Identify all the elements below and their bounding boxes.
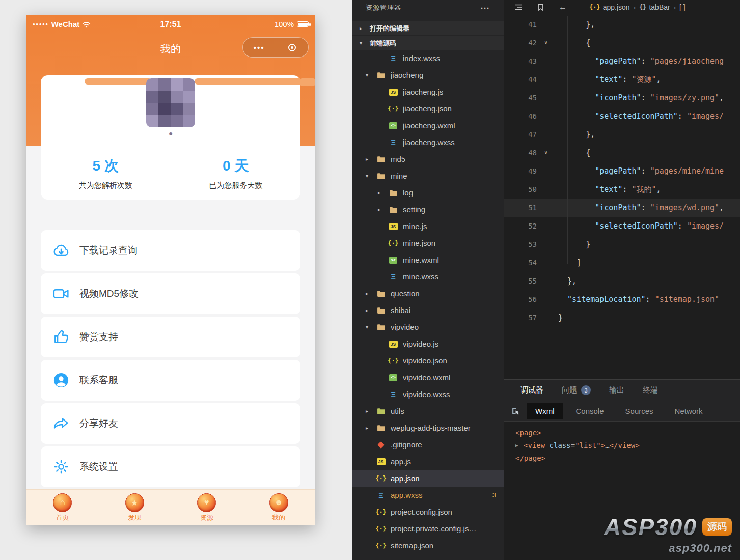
menu-item-reward[interactable]: 赞赏支持 (41, 317, 300, 357)
debugger-tab[interactable]: 输出 (609, 385, 624, 395)
tabbar-item-home[interactable]: ⌂首页 (26, 490, 99, 525)
capsule-menu[interactable]: ••• (242, 37, 309, 58)
tree-item[interactable]: {·}sitemap.json (352, 537, 504, 554)
tree-item[interactable]: ▸shibai (352, 302, 504, 319)
token: > (601, 441, 605, 450)
code-line[interactable]: 56 "sitemapLocation": "sitemap.json" (504, 290, 740, 309)
code-line[interactable]: 50 "text": "我的", (504, 180, 740, 199)
menu-item-system-settings[interactable]: 系统设置 (41, 446, 300, 487)
bookmark-icon[interactable] (537, 4, 544, 11)
code-line[interactable]: 47 }, (504, 125, 740, 144)
tree-item[interactable]: {·}project.config.json (352, 503, 504, 520)
code-line[interactable]: 55 }, (504, 272, 740, 290)
tree-item[interactable]: JSjiaocheng.js (352, 83, 504, 100)
code-line[interactable]: 42∨ { (504, 34, 740, 52)
file-name: project.config.json (391, 508, 452, 516)
code-line[interactable]: 48∨ { (504, 144, 740, 162)
tree-item[interactable]: {·}vipvideo.json (352, 352, 504, 369)
explorer-panel: 资源管理器 ··· ▸打开的编辑器▾前端源码 Ξindex.wxss▾jiaoc… (352, 0, 504, 560)
wxss-file-icon: Ξ (387, 272, 399, 281)
more-menu-icon[interactable]: ••• (243, 43, 276, 52)
expand-arrow-icon[interactable]: ▶ (515, 439, 524, 452)
tree-item[interactable]: {·}project.private.config.js… (352, 520, 504, 537)
inspector-tab[interactable]: Console (568, 403, 612, 419)
chevron-icon: ▸ (366, 291, 375, 296)
explorer-section-header[interactable]: ▾前端源码 (352, 36, 504, 50)
explorer-section-header[interactable]: ▸打开的编辑器 (352, 21, 504, 35)
outline-icon[interactable] (514, 3, 523, 11)
breadcrumb-label: app.json (603, 3, 630, 11)
tree-item[interactable]: ▾jiaocheng (352, 67, 504, 83)
tree-item[interactable]: <>mine.wxml (352, 251, 504, 268)
dom-node[interactable]: </page> (515, 452, 740, 465)
dom-node[interactable]: <page> (515, 427, 740, 439)
debugger-tab[interactable]: 调试器 (520, 385, 543, 395)
tree-item[interactable]: Ξindex.wxss (352, 50, 504, 67)
element-picker-icon[interactable] (511, 407, 520, 415)
menu-item-video-md5[interactable]: 视频MD5修改 (41, 273, 300, 314)
tree-item[interactable]: {·}jiaocheng.json (352, 100, 504, 117)
dom-node[interactable]: ▶<view class="list">…</view> (515, 439, 740, 452)
menu-item-share-friends[interactable]: 分享好友 (41, 403, 300, 444)
tree-item[interactable]: Ξmine.wxss (352, 268, 504, 285)
tabbar-item-discover[interactable]: ★发现 (99, 490, 171, 525)
debugger-tab[interactable]: 终端 (643, 385, 658, 395)
code-line[interactable]: 52 "selectedIconPath": "images/ (504, 217, 740, 235)
video-camera-icon (52, 285, 70, 303)
debugger-tab[interactable]: 问题3 (562, 385, 591, 395)
more-actions-icon[interactable]: ··· (481, 4, 490, 12)
code-line[interactable]: 53 } (504, 235, 740, 254)
code-line[interactable]: 46 "selectedIconPath": "images/ (504, 107, 740, 125)
tabbar-item-mine[interactable]: ☻我的 (243, 490, 315, 525)
tree-item[interactable]: ▸setting (352, 201, 504, 218)
tree-item[interactable]: Ξjiaocheng.wxss (352, 134, 504, 151)
fold-icon[interactable]: ∨ (537, 34, 555, 52)
file-name: .gitignore (391, 440, 422, 449)
home-tab-icon: ⌂ (53, 493, 72, 512)
tree-item[interactable]: ▾vipvideo (352, 319, 504, 335)
minimize-icon[interactable] (276, 44, 309, 51)
code-line[interactable]: 44 "text": "资源", (504, 70, 740, 89)
tree-item[interactable]: Ξvipvideo.wxss (352, 386, 504, 403)
tree-item[interactable]: {·}mine.json (352, 235, 504, 251)
tabbar-item-resources[interactable]: ♥资源 (171, 490, 243, 525)
breadcrumb-item[interactable]: [ ] (679, 3, 686, 11)
file-name: vipvideo.js (403, 340, 438, 348)
code-line[interactable]: 41 }, (504, 15, 740, 34)
tree-item[interactable]: .gitignore (352, 436, 504, 453)
code-line[interactable]: 51 "iconPath": "images/wd.png", (504, 199, 740, 217)
inspector-tab[interactable]: Network (667, 403, 711, 419)
inspector-tab[interactable]: Wxml (527, 403, 563, 419)
tree-item[interactable]: ▸weplug-add-tips-master (352, 419, 504, 436)
tree-item[interactable]: JSmine.js (352, 218, 504, 235)
menu-item-download-history[interactable]: 下载记录查询 (41, 230, 300, 271)
code-line[interactable]: 45 "iconPath": "images/zy.png", (504, 89, 740, 107)
tab-label: 问题 (562, 385, 577, 395)
token: } (558, 313, 563, 322)
code-editor[interactable]: 41 },42∨ {43 "pagePath": "pages/jiaochen… (504, 14, 740, 379)
tree-item[interactable]: Ξapp.wxss3 (352, 487, 504, 503)
code-line[interactable]: 57} (504, 309, 740, 327)
tree-item[interactable]: <>vipvideo.wxml (352, 369, 504, 386)
tree-item[interactable]: JSapp.js (352, 453, 504, 470)
breadcrumb-item[interactable]: {·}app.json (589, 3, 630, 11)
menu-item-contact-support[interactable]: 联系客服 (41, 360, 300, 401)
tree-item[interactable]: {·}app.json (352, 470, 504, 487)
tree-item[interactable]: ▸question (352, 285, 504, 302)
code-line[interactable]: 49 "pagePath": "pages/mine/mine (504, 162, 740, 180)
fold-icon[interactable]: ∨ (537, 144, 555, 162)
tree-item[interactable]: ▸log (352, 184, 504, 201)
code-line[interactable]: 54 ] (504, 254, 740, 272)
tree-item[interactable]: ▾mine (352, 167, 504, 184)
avatar[interactable] (146, 78, 195, 127)
tree-item[interactable]: ▸utils (352, 403, 504, 419)
code-line[interactable]: 43 "pagePath": "pages/jiaocheng (504, 52, 740, 70)
back-arrow-icon[interactable]: ← (559, 3, 567, 11)
tree-item[interactable]: ▸md5 (352, 151, 504, 167)
inspector-tab[interactable]: Sources (617, 403, 662, 419)
tree-item[interactable]: <>jiaocheng.wxml (352, 117, 504, 134)
line-number: 43 (504, 52, 537, 70)
tree-item[interactable]: JSvipvideo.js (352, 335, 504, 352)
share-icon (52, 414, 70, 433)
breadcrumb-item[interactable]: {}tabBar (639, 3, 670, 11)
